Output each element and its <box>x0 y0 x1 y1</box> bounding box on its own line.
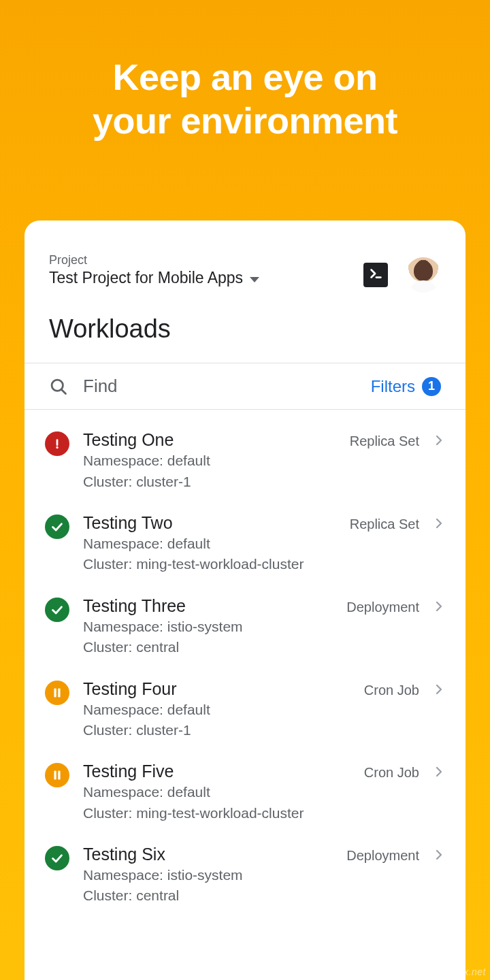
workload-type: Cron Job <box>364 683 419 698</box>
status-badge <box>45 514 69 539</box>
svg-rect-7 <box>58 688 60 697</box>
svg-rect-8 <box>54 771 56 780</box>
hero-line-2: your environment <box>93 99 397 143</box>
workload-name: Testing Four <box>83 679 177 699</box>
workload-cluster: Cluster: ming-test-workload-cluster <box>83 555 419 574</box>
check-icon <box>50 519 65 534</box>
filters-count-badge: 1 <box>422 377 441 396</box>
chevron-right-icon <box>433 683 445 696</box>
workload-name: Testing One <box>83 430 174 450</box>
workload-namespace: Namespace: default <box>83 700 419 719</box>
workload-row[interactable]: Testing OneReplica SetNamespace: default… <box>24 430 466 513</box>
project-label: Project <box>49 253 363 267</box>
check-icon <box>50 851 65 866</box>
avatar[interactable] <box>406 257 441 293</box>
status-badge <box>45 681 69 705</box>
chevron-down-icon <box>250 277 259 282</box>
pause-icon <box>50 685 65 700</box>
error-icon <box>50 436 65 451</box>
workload-row[interactable]: Testing FiveCron JobNamespace: defaultCl… <box>24 762 466 845</box>
workload-name: Testing Two <box>83 513 173 533</box>
status-badge <box>45 598 69 622</box>
terminal-icon <box>368 266 383 284</box>
workload-cluster: Cluster: cluster-1 <box>83 721 419 740</box>
workload-body: Testing TwoReplica SetNamespace: default… <box>83 513 419 574</box>
svg-rect-9 <box>58 771 60 780</box>
workload-type: Deployment <box>346 848 419 864</box>
workload-cluster: Cluster: cluster-1 <box>83 472 419 491</box>
pause-icon <box>50 768 65 783</box>
workload-body: Testing ThreeDeploymentNamespace: istio-… <box>83 596 419 657</box>
app-card: Project Test Project for Mobile Apps Wor… <box>24 220 466 980</box>
cloud-shell-button[interactable] <box>363 263 388 287</box>
workload-row[interactable]: Testing SixDeploymentNamespace: istio-sy… <box>24 845 466 928</box>
hero-line-1: Keep an eye on <box>93 56 397 99</box>
workload-row[interactable]: Testing TwoReplica SetNamespace: default… <box>24 513 466 596</box>
workload-name: Testing Five <box>83 762 174 781</box>
workload-body: Testing FiveCron JobNamespace: defaultCl… <box>83 762 419 823</box>
workload-row[interactable]: Testing FourCron JobNamespace: defaultCl… <box>24 679 466 762</box>
workload-cluster: Cluster: central <box>83 638 419 657</box>
workload-body: Testing SixDeploymentNamespace: istio-sy… <box>83 845 419 906</box>
chevron-right-icon <box>433 434 445 446</box>
project-selector[interactable]: Project Test Project for Mobile Apps <box>49 253 363 287</box>
workload-row[interactable]: Testing ThreeDeploymentNamespace: istio-… <box>24 596 466 679</box>
check-icon <box>50 602 65 617</box>
workload-name: Testing Three <box>83 596 186 616</box>
status-badge <box>45 763 69 787</box>
hero-headline: Keep an eye on your environment <box>93 56 397 142</box>
workload-type: Cron Job <box>364 765 419 781</box>
workload-cluster: Cluster: central <box>83 886 419 905</box>
workload-list: Testing OneReplica SetNamespace: default… <box>24 410 466 927</box>
chevron-right-icon <box>433 517 445 529</box>
workload-namespace: Namespace: istio-system <box>83 617 419 636</box>
workload-type: Replica Set <box>350 434 419 449</box>
status-badge <box>45 846 69 870</box>
chevron-right-icon <box>433 766 445 778</box>
workload-namespace: Namespace: default <box>83 534 419 553</box>
search-bar: Filters 1 <box>24 363 466 410</box>
workload-cluster: Cluster: ming-test-workload-cluster <box>83 804 419 823</box>
status-badge <box>45 431 69 456</box>
svg-line-2 <box>62 390 66 394</box>
workload-type: Deployment <box>346 600 419 615</box>
workload-namespace: Namespace: default <box>83 451 419 470</box>
filters-button[interactable]: Filters 1 <box>371 377 441 396</box>
app-header: Project Test Project for Mobile Apps <box>24 220 466 293</box>
chevron-right-icon <box>433 600 445 612</box>
svg-rect-6 <box>54 688 56 697</box>
search-icon <box>49 377 68 396</box>
page-title: Workloads <box>24 293 466 363</box>
watermark: www.kkx.net <box>429 966 486 977</box>
chevron-right-icon <box>433 849 445 861</box>
workload-namespace: Namespace: istio-system <box>83 866 419 885</box>
workload-name: Testing Six <box>83 845 165 864</box>
filters-label: Filters <box>371 377 415 396</box>
workload-body: Testing FourCron JobNamespace: defaultCl… <box>83 679 419 740</box>
workload-type: Replica Set <box>350 517 419 532</box>
svg-point-5 <box>56 446 58 448</box>
workload-namespace: Namespace: default <box>83 783 419 802</box>
project-name: Test Project for Mobile Apps <box>49 269 243 287</box>
workload-body: Testing OneReplica SetNamespace: default… <box>83 430 419 491</box>
search-input[interactable] <box>83 376 356 397</box>
